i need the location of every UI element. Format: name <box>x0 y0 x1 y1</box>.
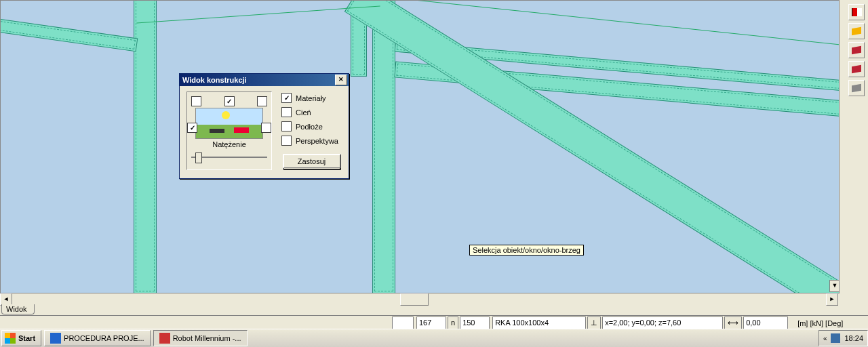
taskbar: Start PROCEDURA PROJE... Robot Millenniu… <box>0 329 868 347</box>
hscroll-thumb[interactable] <box>400 293 429 306</box>
shadow-label: Cień <box>296 108 311 117</box>
perspective-label: Perspektywa <box>296 137 338 145</box>
light-direction-panel: Natężenie <box>186 91 272 170</box>
viewport-tooltip: Selekcja obiekt/okno/okno-brzeg <box>469 245 584 256</box>
dialog-titlebar[interactable]: Widok konstrukcji ✕ <box>180 74 349 86</box>
close-icon[interactable]: ✕ <box>335 75 347 85</box>
dimension-icon[interactable]: ⟷ <box>724 317 742 330</box>
light-mr-checkbox[interactable] <box>261 123 271 133</box>
box-red2-icon[interactable] <box>848 61 865 77</box>
tray-app-icon[interactable] <box>831 333 840 343</box>
intensity-slider[interactable] <box>191 150 267 163</box>
horizontal-scrollbar[interactable]: ◄ ► <box>0 293 838 304</box>
perspective-checkbox[interactable] <box>281 136 292 146</box>
intensity-label: Natężenie <box>191 140 267 148</box>
ground-option[interactable]: Podłoże <box>281 121 342 131</box>
word-icon <box>50 333 61 344</box>
light-ml-checkbox[interactable] <box>187 123 197 133</box>
materials-option[interactable]: Materiały <box>281 93 342 103</box>
taskbar-app1-label: PROCEDURA PROJE... <box>64 334 144 342</box>
light-tc-checkbox[interactable] <box>224 96 235 106</box>
tray-expand-icon[interactable]: « <box>823 335 827 342</box>
status-units: [m] [kN] [Deg] <box>797 319 843 327</box>
tab-view[interactable]: Widok <box>1 304 35 314</box>
status-field2[interactable]: 167 <box>416 317 446 330</box>
start-label: Start <box>18 334 35 342</box>
model-viewport[interactable]: Selekcja obiekt/okno/okno-brzeg Widok ko… <box>0 0 840 293</box>
status-dimension: 0,00 <box>743 317 788 330</box>
shadow-checkbox[interactable] <box>281 107 292 117</box>
start-button[interactable]: Start <box>1 330 41 346</box>
right-toolbar <box>846 1 867 96</box>
materials-checkbox[interactable] <box>281 93 292 103</box>
robot-icon <box>159 333 170 344</box>
status-section-field[interactable]: RKA 100x100x4 <box>492 317 586 330</box>
shadow-option[interactable]: Cień <box>281 107 342 117</box>
apply-button[interactable]: Zastosuj <box>283 154 341 170</box>
ground-label: Podłoże <box>296 123 323 131</box>
status-field1[interactable] <box>392 317 414 330</box>
taskbar-app2-label: Robot Millennium -... <box>173 334 241 342</box>
materials-label: Materiały <box>296 94 326 102</box>
system-tray[interactable]: « 18:24 <box>818 330 868 346</box>
windows-logo-icon <box>5 333 16 344</box>
taskbar-app2[interactable]: Robot Millennium -... <box>153 330 248 346</box>
dialog-title: Widok konstrukcji <box>182 74 247 86</box>
vscroll-down-icon[interactable]: ▼ <box>829 280 840 292</box>
box-grey-icon[interactable] <box>848 80 865 96</box>
status-coords: x=2,00; y=0,00; z=7,60 <box>602 317 723 330</box>
coord-system-icon[interactable]: ⊥ <box>587 317 601 330</box>
flag-icon[interactable] <box>848 4 865 20</box>
ground-checkbox[interactable] <box>281 121 292 131</box>
perspective-option[interactable]: Perspektywa <box>281 136 342 146</box>
light-preview-image <box>195 108 263 139</box>
box-yellow-icon[interactable] <box>848 23 865 39</box>
status-n-button[interactable]: n <box>448 317 458 330</box>
light-tl-checkbox[interactable] <box>191 96 201 106</box>
view-construction-dialog: Widok konstrukcji ✕ Natężenie <box>179 73 349 179</box>
taskbar-app1[interactable]: PROCEDURA PROJE... <box>44 330 151 346</box>
light-tr-checkbox[interactable] <box>257 96 267 106</box>
clock: 18:24 <box>844 334 863 342</box>
box-red-icon[interactable] <box>848 42 865 58</box>
hscroll-right-icon[interactable]: ► <box>826 293 838 306</box>
status-field3[interactable]: 150 <box>460 317 490 330</box>
